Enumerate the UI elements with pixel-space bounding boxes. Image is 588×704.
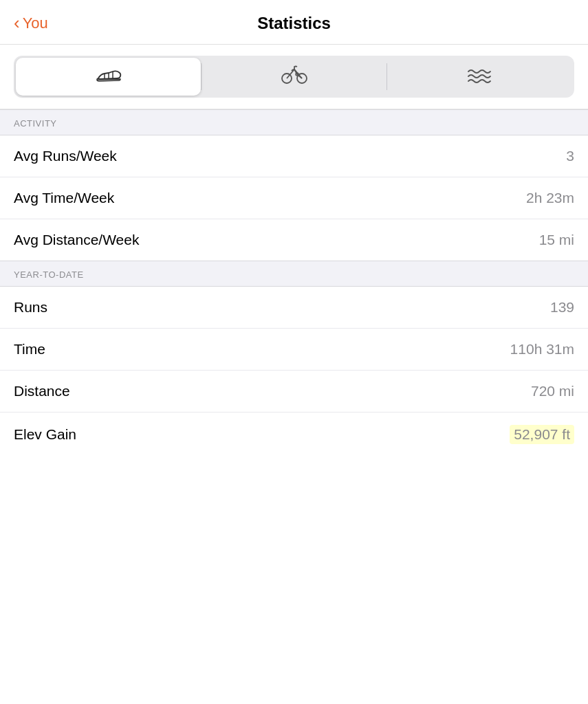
- chevron-left-icon: ‹: [14, 14, 20, 32]
- avg-distance-value: 15 mi: [539, 232, 574, 248]
- table-row: Elev Gain 52,907 ft: [0, 412, 588, 456]
- avg-time-value: 2h 23m: [526, 190, 574, 206]
- run-icon: [95, 65, 122, 89]
- activity-label: ACTIVITY: [14, 118, 57, 129]
- time-label: Time: [14, 341, 45, 358]
- table-row: Avg Runs/Week 3: [0, 135, 588, 177]
- avg-runs-label: Avg Runs/Week: [14, 148, 117, 164]
- distance-value: 720 mi: [531, 383, 574, 399]
- segment-run[interactable]: [16, 58, 201, 96]
- activity-section-header: ACTIVITY: [0, 109, 588, 135]
- avg-runs-value: 3: [566, 148, 574, 164]
- distance-label: Distance: [14, 383, 70, 399]
- segment-bike[interactable]: [202, 58, 386, 96]
- ytd-label: YEAR-TO-DATE: [14, 270, 84, 280]
- elev-gain-value: 52,907 ft: [510, 425, 574, 444]
- page-title: Statistics: [257, 14, 331, 33]
- table-row: Runs 139: [0, 287, 588, 329]
- table-row: Avg Time/Week 2h 23m: [0, 177, 588, 219]
- segment-wrapper: [0, 45, 588, 109]
- table-row: Avg Distance/Week 15 mi: [0, 219, 588, 261]
- bike-icon: [281, 65, 308, 89]
- time-value: 110h 31m: [510, 341, 574, 358]
- back-button[interactable]: ‹ You: [14, 14, 48, 32]
- table-row: Distance 720 mi: [0, 371, 588, 412]
- runs-value: 139: [550, 299, 574, 316]
- ytd-section-header: YEAR-TO-DATE: [0, 261, 588, 287]
- elev-gain-label: Elev Gain: [14, 426, 76, 443]
- segment-control: [14, 56, 574, 98]
- swim-icon: [466, 65, 494, 89]
- segment-swim[interactable]: [387, 58, 572, 96]
- table-row: Time 110h 31m: [0, 329, 588, 371]
- back-label: You: [23, 14, 48, 32]
- ytd-table: Runs 139 Time 110h 31m Distance 720 mi E…: [0, 287, 588, 456]
- activity-table: Avg Runs/Week 3 Avg Time/Week 2h 23m Avg…: [0, 135, 588, 261]
- avg-distance-label: Avg Distance/Week: [14, 232, 139, 248]
- avg-time-label: Avg Time/Week: [14, 190, 114, 206]
- header: ‹ You Statistics: [0, 0, 588, 45]
- runs-label: Runs: [14, 299, 47, 316]
